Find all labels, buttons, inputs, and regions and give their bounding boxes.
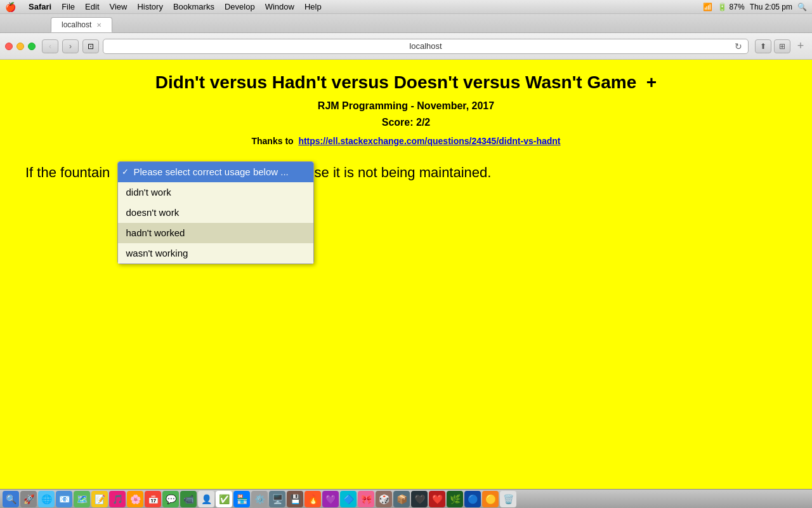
- forward-icon: ›: [69, 42, 72, 51]
- browser-actions: ⬆ ⊞: [755, 39, 790, 53]
- reload-icon: ↻: [735, 41, 742, 51]
- dock-icon-misc13[interactable]: 🟡: [482, 491, 499, 507]
- option-2-label: hadn't worked: [126, 227, 185, 238]
- thanks-link[interactable]: https://ell.stackexchange.com/questions/…: [298, 136, 560, 146]
- dock-icon-mail[interactable]: 📧: [56, 491, 72, 507]
- menu-window[interactable]: Window: [265, 2, 294, 11]
- sentence-before: If the fountain: [25, 161, 110, 184]
- dropdown-placeholder-option[interactable]: Please select correct usage below ...: [118, 162, 313, 182]
- dock-icon-misc7[interactable]: 🎲: [376, 491, 392, 507]
- menu-edit[interactable]: Edit: [85, 2, 99, 11]
- dropdown-option-0[interactable]: didn't work: [118, 182, 313, 203]
- dock-icon-misc8[interactable]: 📦: [393, 491, 410, 507]
- apple-menu[interactable]: 🍎: [5, 2, 16, 12]
- menu-safari[interactable]: Safari: [29, 2, 51, 11]
- subtitle: RJM Programming - November, 2017: [25, 100, 787, 112]
- dock-icon-photos[interactable]: 🌸: [127, 491, 143, 507]
- minimize-window-button[interactable]: [16, 43, 24, 50]
- menu-bookmarks[interactable]: Bookmarks: [173, 2, 214, 11]
- tabs-bar: localhost ✕: [0, 14, 812, 33]
- battery-icon: 🔋 87%: [717, 3, 744, 11]
- search-icon[interactable]: 🔍: [797, 3, 807, 11]
- tab-close-button[interactable]: ✕: [96, 22, 102, 29]
- menu-bar: 🍎 Safari File Edit View History Bookmark…: [0, 0, 812, 14]
- menu-history[interactable]: History: [137, 2, 162, 11]
- dock-icon-misc9[interactable]: 🖤: [411, 491, 428, 507]
- dock-icon-misc12[interactable]: 🔵: [464, 491, 481, 507]
- clock: Thu 2:05 pm: [750, 3, 792, 11]
- wifi-icon: 📶: [703, 3, 712, 11]
- sidebar-icon: ⊡: [88, 42, 94, 51]
- maximize-window-button[interactable]: [28, 43, 36, 50]
- reading-list-button[interactable]: ⊞: [774, 39, 790, 53]
- dock-icon-misc2[interactable]: 💾: [287, 491, 303, 507]
- tab-label: localhost: [62, 20, 91, 29]
- plus-symbol: +: [646, 72, 657, 92]
- dropdown-option-2[interactable]: hadn't worked: [118, 223, 313, 243]
- page-title: Didn't versus Hadn't versus Doesn't vers…: [25, 72, 787, 93]
- reload-button[interactable]: ↻: [731, 39, 745, 53]
- option-3-label: wasn't working: [126, 248, 188, 258]
- close-window-button[interactable]: [5, 43, 13, 50]
- dock-icon-misc6[interactable]: 🎀: [358, 491, 374, 507]
- dock-icon-misc3[interactable]: 🔥: [304, 491, 321, 507]
- browser-chrome: ‹ › ⊡ localhost ↻ ⬆ ⊞ +: [0, 33, 812, 60]
- page-content: Didn't versus Hadn't versus Doesn't vers…: [0, 60, 812, 508]
- dock-icon-calendar[interactable]: 📅: [145, 491, 161, 507]
- dock-icon-misc11[interactable]: 🌿: [447, 491, 463, 507]
- sentence-area: If the fountain Please select correct us…: [25, 161, 787, 184]
- back-icon: ‹: [49, 42, 51, 51]
- back-button[interactable]: ‹: [42, 39, 58, 53]
- menu-bar-right: 📶 🔋 87% Thu 2:05 pm 🔍: [703, 3, 807, 11]
- dock-icon-notes[interactable]: 📝: [91, 491, 108, 507]
- active-tab[interactable]: localhost ✕: [51, 17, 112, 32]
- page-title-text: Didn't versus Hadn't versus Doesn't vers…: [155, 72, 637, 92]
- dropdown-option-3[interactable]: wasn't working: [118, 243, 313, 264]
- score-display: Score: 2/2: [25, 117, 787, 128]
- menu-bar-left: 🍎 Safari File Edit View History Bookmark…: [5, 2, 322, 12]
- menu-view[interactable]: View: [110, 2, 128, 11]
- dock-icon-facetime[interactable]: 📹: [180, 491, 197, 507]
- dock-icon-preferences[interactable]: ⚙️: [251, 491, 268, 507]
- sidebar-button[interactable]: ⊡: [82, 39, 99, 53]
- new-tab-button[interactable]: +: [794, 40, 807, 53]
- dock-icon-trash[interactable]: 🗑️: [500, 491, 516, 507]
- dock-icon-misc1[interactable]: 🖥️: [269, 491, 285, 507]
- dock-icon-misc10[interactable]: ❤️: [429, 491, 445, 507]
- url-bar[interactable]: localhost ↻: [103, 39, 749, 54]
- dock-icon-maps[interactable]: 🗺️: [74, 491, 90, 507]
- menu-help[interactable]: Help: [304, 2, 322, 11]
- share-button[interactable]: ⬆: [755, 39, 771, 53]
- dropdown-option-1[interactable]: doesn't work: [118, 203, 313, 223]
- option-0-label: didn't work: [126, 187, 171, 197]
- dock-icon-messages[interactable]: 💬: [162, 491, 179, 507]
- forward-button[interactable]: ›: [62, 39, 79, 53]
- dock-icon-safari[interactable]: 🌐: [38, 491, 55, 507]
- menu-file[interactable]: File: [62, 2, 75, 11]
- dropdown-placeholder-text: Please select correct usage below ...: [133, 164, 288, 180]
- dock: 🔍 🚀 🌐 📧 🗺️ 📝 🎵 🌸 📅 💬 📹 👤 ✅ 🏪 ⚙️ 🖥️ 💾 🔥 💜…: [0, 489, 812, 508]
- dock-icon-launchpad[interactable]: 🚀: [20, 491, 37, 507]
- dock-icon-contacts[interactable]: 👤: [198, 491, 214, 507]
- thanks-line: Thanks to https://ell.stackexchange.com/…: [25, 136, 787, 146]
- option-1-label: doesn't work: [126, 207, 179, 218]
- url-text: localhost: [409, 41, 442, 51]
- traffic-lights: [5, 43, 36, 50]
- dock-icon-reminders[interactable]: ✅: [216, 491, 232, 507]
- dock-icon-appstore[interactable]: 🏪: [233, 491, 250, 507]
- dock-icon-itunes[interactable]: 🎵: [109, 491, 126, 507]
- thanks-prefix: Thanks to: [251, 136, 293, 146]
- menu-develop[interactable]: Develop: [225, 2, 255, 11]
- dock-icon-misc5[interactable]: 🔷: [340, 491, 357, 507]
- dock-icon-misc4[interactable]: 💜: [322, 491, 339, 507]
- dock-icon-finder[interactable]: 🔍: [3, 491, 19, 507]
- dropdown-open[interactable]: Please select correct usage below ... di…: [117, 161, 314, 264]
